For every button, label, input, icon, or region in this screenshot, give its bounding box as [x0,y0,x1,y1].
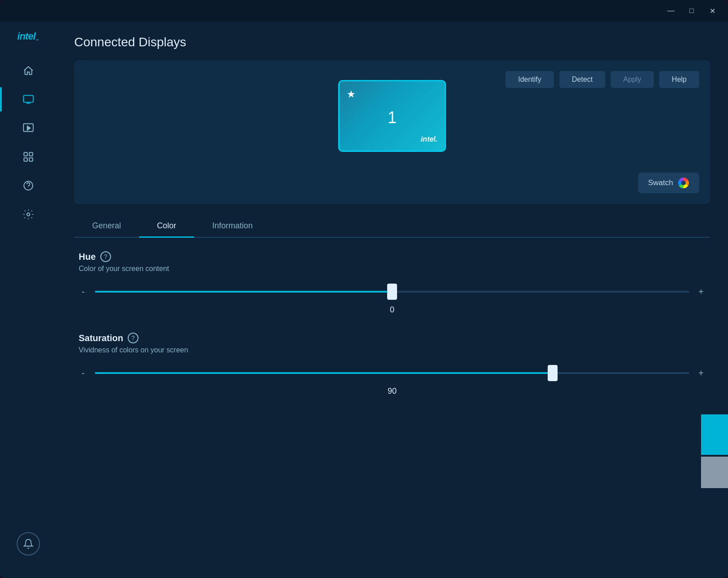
saturation-slider[interactable] [95,364,689,382]
monitor-card-1[interactable]: ★ 1 intel. [338,80,446,152]
close-button[interactable]: ✕ [704,4,721,17]
tabs-bar: General Color Information [74,215,710,238]
apply-button[interactable]: Apply [611,71,654,88]
intel-logo-dot: . [36,31,39,42]
intel-logo-text: intel [17,31,35,42]
main-content: Connected Displays Identify Detect Apply… [56,22,728,578]
media-icon [22,122,34,134]
hue-thumb[interactable] [387,284,397,300]
hue-group: Hue ? Color of your screen content - + [79,251,706,315]
svg-rect-3 [29,152,33,156]
tab-color[interactable]: Color [139,215,194,237]
saturation-value: 90 [79,387,706,396]
saturation-title: Saturation [79,333,123,343]
page-title: Connected Displays [74,35,710,49]
svg-point-9 [681,181,686,185]
home-icon [22,65,34,76]
sidebar-item-apps[interactable] [0,145,56,169]
saturation-help-icon[interactable]: ? [128,333,138,343]
saturation-max-label: + [697,368,706,378]
sidebar-item-media[interactable] [0,116,56,140]
monitor-star: ★ [347,89,356,100]
display-icon [22,93,34,105]
app-body: intel . [0,22,728,578]
hue-value: 0 [79,305,706,315]
detect-button[interactable]: Detect [559,71,605,88]
swatch-panel [701,414,728,488]
saturation-title-row: Saturation ? [79,333,706,343]
hue-max-label: + [697,287,706,297]
saturation-track [95,372,689,374]
saturation-slider-row: - + [79,364,706,382]
sidebar-item-home[interactable] [0,58,56,83]
hue-description: Color of your screen content [79,265,706,273]
bell-icon [23,538,34,549]
settings-icon [22,209,34,220]
hue-slider[interactable] [95,283,689,301]
hue-slider-row: - + [79,283,706,301]
swatch-button[interactable]: Swatch [638,173,699,193]
hue-title: Hue [79,252,96,262]
svg-point-7 [27,213,30,216]
sidebar-bottom [17,532,40,569]
help-icon [22,180,34,191]
monitor-number: 1 [388,108,397,127]
swatch-label: Swatch [648,178,673,187]
hue-fill [95,291,392,293]
svg-rect-5 [29,158,33,161]
intel-logo: intel . [17,31,39,42]
title-bar: — □ ✕ [0,0,728,22]
apps-icon [22,151,34,163]
hue-help-icon[interactable]: ? [100,251,111,262]
toolbar-buttons: Identify Detect Apply Help [505,71,699,88]
tab-general[interactable]: General [74,215,139,237]
monitor-brand: intel. [421,135,438,143]
displays-area: Identify Detect Apply Help ★ 1 intel. Sw… [74,60,710,204]
help-button[interactable]: Help [659,71,699,88]
saturation-fill [95,372,553,374]
hue-track [95,291,689,293]
tab-information[interactable]: Information [194,215,271,237]
sidebar-item-settings[interactable] [0,202,56,227]
saturation-thumb[interactable] [548,365,558,381]
maximize-button[interactable]: □ [683,4,700,17]
identify-button[interactable]: Identify [505,71,554,88]
saturation-group: Saturation ? Vividness of colors on your… [79,333,706,396]
hue-min-label: - [79,287,88,297]
saturation-description: Vividness of colors on your screen [79,346,706,354]
sidebar-navigation [0,58,56,532]
saturation-min-label: - [79,368,88,378]
settings-section: Hue ? Color of your screen content - + [74,238,710,427]
sidebar: intel . [0,22,56,578]
sidebar-item-help[interactable] [0,173,56,198]
color-wheel-icon [678,177,689,189]
svg-rect-4 [24,158,27,161]
sidebar-item-display[interactable] [0,87,56,111]
swatch-blue-tile [701,414,728,455]
swatch-gray-tile [701,457,728,488]
minimize-button[interactable]: — [662,4,679,17]
notification-button[interactable] [17,532,40,556]
hue-title-row: Hue ? [79,251,706,262]
svg-rect-0 [23,95,33,102]
svg-rect-2 [24,152,27,156]
